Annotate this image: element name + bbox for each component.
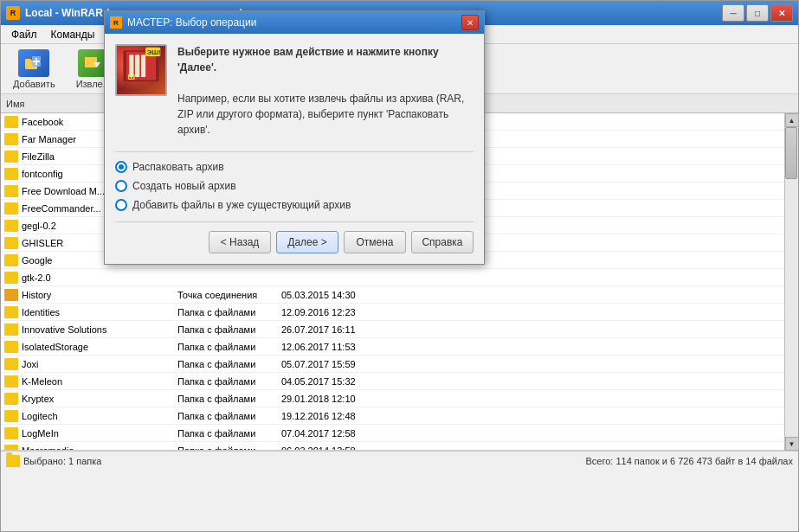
dialog-close-button[interactable]: ✕ [461, 15, 479, 30]
svg-rect-11 [135, 54, 139, 77]
wizard-dialog: R МАСТЕР: Выбор операции ✕ [104, 10, 485, 265]
svg-text:ЭШ!: ЭШ! [147, 48, 161, 56]
dialog-separator [115, 151, 474, 152]
radio-option-add[interactable]: Добавить файлы в уже существующий архив [115, 199, 474, 211]
back-button[interactable]: < Назад [209, 231, 271, 253]
dialog-content: Ш ЭШ! Выберите нужное вам действие и наж… [105, 34, 484, 264]
radio-extract-circle[interactable] [115, 161, 127, 173]
dialog-title-text: МАСТЕР: Выбор операции [127, 16, 461, 29]
dialog-logo-svg: Ш ЭШ! [120, 44, 162, 91]
svg-text:Ш: Ш [128, 73, 136, 81]
dialog-main-text: Выберите нужное вам действие и нажмите к… [177, 44, 474, 138]
dialog-logo-inner: Ш ЭШ! [117, 46, 165, 94]
dialog-title-icon: R [110, 16, 122, 29]
dialog-footer: < Назад Далее > Отмена Справка [115, 221, 474, 253]
dialog-overlay: R МАСТЕР: Выбор операции ✕ [0, 0, 799, 532]
radio-add-label: Добавить файлы в уже существующий архив [132, 199, 351, 211]
radio-create-label: Создать новый архив [132, 180, 236, 192]
dialog-options: Распаковать архив Создать новый архив До… [115, 161, 474, 211]
radio-add-circle[interactable] [115, 199, 127, 211]
cancel-button[interactable]: Отмена [344, 231, 406, 253]
dialog-header-section: Ш ЭШ! Выберите нужное вам действие и наж… [115, 44, 474, 138]
radio-option-extract[interactable]: Распаковать архив [115, 161, 474, 173]
radio-extract-label: Распаковать архив [132, 161, 224, 173]
dialog-title-bar: R МАСТЕР: Выбор операции ✕ [105, 11, 484, 34]
next-button[interactable]: Далее > [276, 231, 338, 253]
help-button[interactable]: Справка [411, 231, 474, 253]
svg-rect-12 [141, 54, 145, 77]
radio-create-circle[interactable] [115, 180, 127, 192]
dialog-text-area: Выберите нужное вам действие и нажмите к… [177, 44, 474, 138]
dialog-logo: Ш ЭШ! [115, 44, 167, 96]
radio-option-create[interactable]: Создать новый архив [115, 180, 474, 192]
